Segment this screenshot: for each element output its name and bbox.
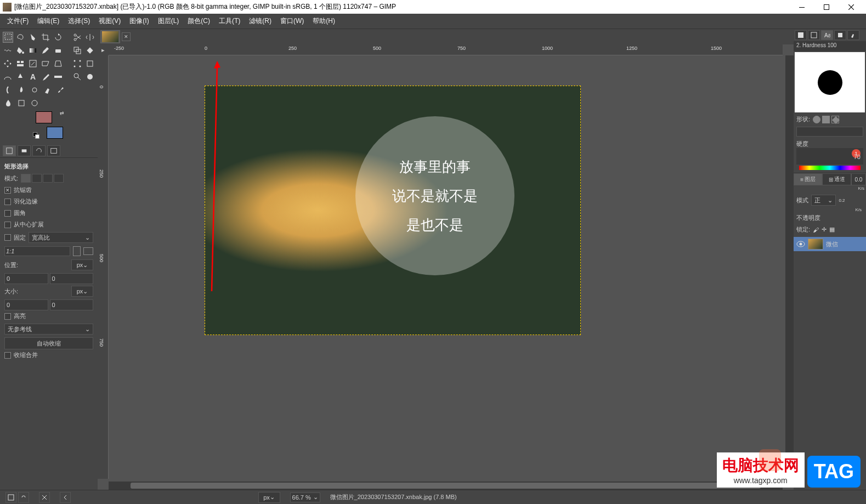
tool-align[interactable]: [15, 58, 26, 69]
horizontal-ruler[interactable]: -250 0 250 500 750 1000 1250 1500: [109, 44, 783, 55]
tool-path[interactable]: [3, 71, 13, 82]
menu-tools[interactable]: 工具(T): [214, 14, 245, 28]
menu-windows[interactable]: 窗口(W): [276, 14, 308, 28]
fixed-checkbox[interactable]: [4, 234, 11, 241]
minimize-button[interactable]: [789, 0, 814, 14]
horizontal-scrollbar[interactable]: [109, 482, 783, 490]
rtab-history[interactable]: [834, 30, 846, 40]
tab-device-status[interactable]: [18, 145, 31, 156]
visibility-icon[interactable]: [796, 241, 805, 247]
tool-bucket[interactable]: [15, 45, 26, 56]
tab-extra1[interactable]: 0.0: [851, 173, 866, 185]
tool-crop[interactable]: [41, 32, 51, 43]
expand-center-checkbox[interactable]: [4, 222, 11, 228]
menu-layer[interactable]: 图层(L): [154, 14, 184, 28]
menu-edit[interactable]: 编辑(E): [33, 14, 64, 28]
tool-perspective[interactable]: [53, 58, 64, 69]
shape-square[interactable]: [822, 116, 830, 123]
tab-layers[interactable]: ≡ 图层: [794, 173, 822, 185]
background-color[interactable]: [47, 127, 63, 139]
portrait-icon[interactable]: [73, 246, 81, 256]
image-tab[interactable]: [100, 30, 120, 43]
menu-help[interactable]: 帮助(H): [308, 14, 339, 28]
tool-heal[interactable]: [84, 45, 95, 56]
feather-checkbox[interactable]: [4, 199, 11, 205]
swap-colors-icon[interactable]: ⇄: [60, 110, 64, 116]
menu-file[interactable]: 文件(F): [3, 14, 33, 28]
tool-text[interactable]: A: [28, 71, 38, 82]
tool-fuzzy-select[interactable]: [28, 32, 38, 43]
tab-tool-options[interactable]: [3, 145, 16, 156]
close-tab-button[interactable]: ✕: [122, 32, 131, 41]
rtab-paint[interactable]: [847, 30, 859, 40]
tool-clone[interactable]: [72, 45, 82, 56]
rounded-checkbox[interactable]: [4, 210, 11, 217]
tool-color-picker[interactable]: [41, 71, 51, 82]
tool-rotate[interactable]: [53, 32, 64, 43]
foreground-color[interactable]: [36, 111, 52, 123]
tab-undo-history[interactable]: [32, 145, 46, 156]
mode-replace[interactable]: [21, 174, 31, 183]
mode-subtract[interactable]: [43, 174, 53, 183]
lock-position-icon[interactable]: ✛: [822, 226, 827, 233]
tool-warp[interactable]: [3, 45, 13, 56]
tool-mypaint[interactable]: [84, 71, 95, 82]
auto-shrink-button[interactable]: 自动收缩: [4, 337, 93, 349]
canvas-viewport[interactable]: 放事里的事 说不是就不是 是也不是: [109, 55, 783, 479]
blend-mode-dropdown[interactable]: 正: [811, 195, 836, 206]
layer-row[interactable]: 微信: [794, 237, 866, 251]
tool-measure[interactable]: [53, 71, 64, 82]
guides-dropdown[interactable]: 无参考线: [4, 324, 93, 335]
tool-blur[interactable]: [16, 84, 27, 95]
status-delete-icon[interactable]: [39, 492, 50, 503]
lock-pixels-icon[interactable]: 🖌: [813, 226, 819, 233]
tool-freeselect[interactable]: [15, 32, 26, 43]
tool-cage[interactable]: [72, 58, 82, 69]
menu-colors[interactable]: 颜色(C): [183, 14, 214, 28]
size-h-input[interactable]: 0: [50, 299, 94, 310]
menu-image[interactable]: 图像(I): [125, 14, 153, 28]
tool-extra2[interactable]: [29, 98, 40, 109]
status-save-icon[interactable]: [5, 492, 16, 503]
rtab-brushes[interactable]: [795, 30, 807, 40]
shape-circle[interactable]: [813, 116, 820, 123]
tool-gradient[interactable]: [28, 45, 38, 56]
status-reset-icon[interactable]: [18, 492, 29, 503]
ratio-input[interactable]: 1:1: [4, 246, 70, 256]
landscape-icon[interactable]: [83, 247, 93, 255]
tool-flip[interactable]: [84, 32, 95, 43]
tool-extra1[interactable]: [16, 98, 27, 109]
vertical-scrollbar[interactable]: [785, 55, 794, 479]
tool-airbrush[interactable]: [42, 84, 53, 95]
tool-zoom[interactable]: [72, 71, 82, 82]
tool-paintbrush[interactable]: [55, 84, 66, 95]
ruler-corner[interactable]: ▸: [98, 44, 109, 55]
maximize-button[interactable]: [814, 0, 839, 14]
brush-preview[interactable]: [795, 52, 865, 112]
lock-alpha-icon[interactable]: ▦: [829, 226, 835, 233]
tool-dodge[interactable]: [29, 84, 40, 95]
shape-diamond[interactable]: [831, 116, 839, 123]
color-swatches[interactable]: ⇄: [36, 111, 63, 139]
tool-ink[interactable]: [15, 71, 26, 82]
shrink-merged-checkbox[interactable]: [4, 352, 11, 359]
menu-filters[interactable]: 滤镜(R): [245, 14, 276, 28]
tool-smudge[interactable]: [3, 84, 14, 95]
hardness-slider[interactable]: 1 70: [796, 148, 863, 165]
position-x-input[interactable]: 0: [4, 273, 48, 284]
menu-view[interactable]: 视图(V): [94, 14, 125, 28]
tab-channels[interactable]: ⊞通道: [822, 173, 851, 185]
reset-colors-icon[interactable]: [33, 132, 39, 139]
tab-images[interactable]: [47, 145, 60, 156]
highlight-checkbox[interactable]: [4, 313, 11, 320]
tool-scissors[interactable]: [72, 32, 82, 43]
vertical-ruler[interactable]: 0 250 500 750: [98, 55, 109, 479]
tool-unified[interactable]: [84, 58, 95, 69]
tool-pencil[interactable]: [41, 45, 51, 56]
image-canvas[interactable]: 放事里的事 说不是就不是 是也不是: [205, 86, 581, 335]
tool-drop[interactable]: [3, 98, 14, 109]
position-unit[interactable]: px ⌄: [71, 259, 93, 270]
mode-intersect[interactable]: [54, 174, 64, 183]
rtab-fonts[interactable]: Aa: [821, 30, 833, 40]
size-unit[interactable]: px ⌄: [71, 286, 93, 297]
